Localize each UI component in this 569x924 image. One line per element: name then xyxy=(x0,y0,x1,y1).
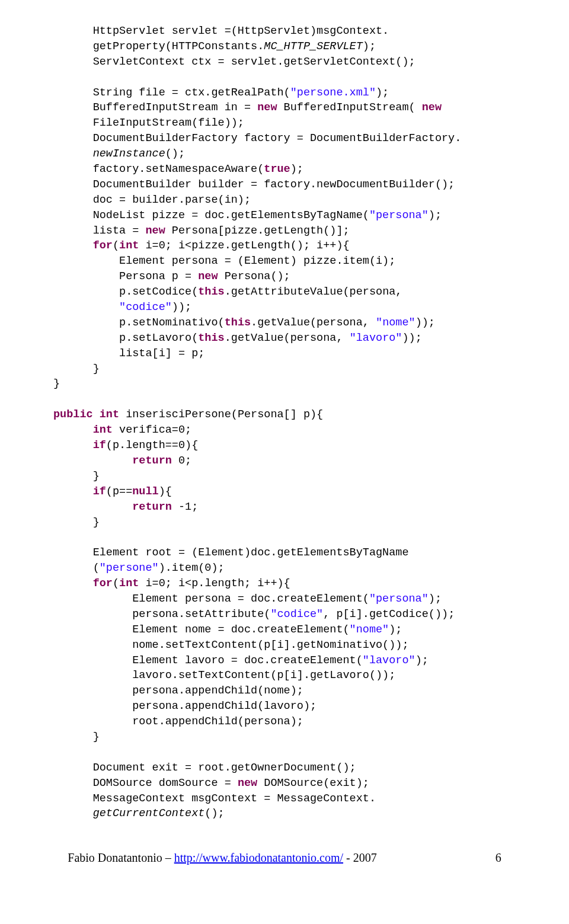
code-text: BufferedInputStream( xyxy=(277,101,421,114)
code-text: NodeList pizze = doc.getElementsByTagNam… xyxy=(53,209,369,222)
code-text: MessageContext msgContext = MessageConte… xyxy=(53,792,376,805)
code-text: lista = xyxy=(53,225,145,237)
code-text: } xyxy=(53,516,100,529)
code-text: ); xyxy=(429,593,442,605)
code-text: persona.setAttribute( xyxy=(53,608,270,621)
code-text: p.setCodice( xyxy=(53,286,198,298)
code-text xyxy=(53,239,93,252)
code-text: (p== xyxy=(106,485,132,498)
code-keyword: new xyxy=(257,101,277,114)
code-text: ); xyxy=(415,654,429,667)
code-string: "nome" xyxy=(350,624,389,636)
code-keyword: return xyxy=(132,501,172,513)
code-text: ( xyxy=(113,577,119,590)
code-text: (p.length==0){ xyxy=(106,439,198,452)
code-text: Persona p = xyxy=(53,270,198,283)
code-text: inserisciPersone(Persona[] p){ xyxy=(119,408,323,421)
page-number: 6 xyxy=(496,851,501,864)
code-text: Persona(); xyxy=(218,270,290,283)
code-string: "codice" xyxy=(119,301,172,314)
footer-author: Fabio Donatantonio – xyxy=(68,851,174,864)
code-text: Element lavoro = doc.createElement( xyxy=(53,654,363,667)
code-text: persona.appendChild(nome); xyxy=(53,685,303,697)
code-text: -1; xyxy=(172,501,198,513)
code-text xyxy=(53,501,132,513)
code-keyword: for xyxy=(93,577,113,590)
code-text: root.appendChild(persona); xyxy=(53,715,303,728)
code-text: persona.appendChild(lavoro); xyxy=(53,700,317,712)
document-page: HttpServlet servlet =(HttpServlet)msgCon… xyxy=(0,0,569,888)
code-text: lavoro.setTextContent(p[i].getLavoro()); xyxy=(53,669,395,682)
code-text: i=0; i<p.length; i++){ xyxy=(139,577,290,590)
code-keyword: if xyxy=(93,439,106,452)
code-text: ); xyxy=(363,40,376,53)
code-keyword: new xyxy=(198,270,218,283)
code-keyword: return xyxy=(132,455,172,467)
code-keyword: new xyxy=(238,777,257,789)
code-text: nome.setTextContent(p[i].getNominativo()… xyxy=(53,639,409,651)
code-text xyxy=(53,301,119,314)
code-keyword: new xyxy=(145,225,165,237)
code-text: ServletContext ctx = servlet.getServletC… xyxy=(53,56,415,68)
code-text: DOMSource(exit); xyxy=(257,777,369,789)
code-text: ); xyxy=(389,624,402,636)
code-text: )); xyxy=(172,301,191,314)
code-string: "persona" xyxy=(369,593,429,605)
code-text: Element root = (Element)doc.getElementsB… xyxy=(53,546,409,559)
code-keyword: int xyxy=(119,577,139,590)
code-text xyxy=(93,408,100,421)
code-text: HttpServlet servlet =(HttpServlet)msgCon… xyxy=(53,25,389,37)
code-text: .getValue(persona, xyxy=(251,316,376,329)
code-keyword: if xyxy=(93,485,106,498)
code-keyword: public xyxy=(53,408,93,421)
code-text: ){ xyxy=(159,485,172,498)
code-string: "lavoro" xyxy=(350,332,402,344)
code-italic: getCurrentContext xyxy=(93,807,205,820)
code-text xyxy=(53,424,93,436)
code-string: "persona" xyxy=(369,209,429,222)
code-text: } } xyxy=(53,363,100,391)
code-italic: MC_HTTP_SERVLET xyxy=(264,40,363,53)
code-text: , p[i].getCodice()); xyxy=(323,608,455,621)
code-text xyxy=(53,148,93,160)
code-text: p.setLavoro( xyxy=(53,332,198,344)
code-text: Element persona = doc.createElement( xyxy=(53,593,369,605)
code-block: HttpServlet servlet =(HttpServlet)msgCon… xyxy=(53,24,516,821)
code-text xyxy=(53,485,93,498)
code-text: .getAttributeValue(persona, xyxy=(225,286,402,298)
code-string: "lavoro" xyxy=(363,654,415,667)
code-text: } xyxy=(53,731,100,743)
code-string: "persone" xyxy=(100,562,159,574)
code-keyword: for xyxy=(93,239,113,252)
code-text: (); xyxy=(165,148,185,160)
code-text: getProperty(HTTPConstants. xyxy=(53,40,264,53)
code-text: DocumentBuilder builder = factory.newDoc… xyxy=(53,178,455,191)
code-text xyxy=(53,439,93,452)
code-text: ).item(0); xyxy=(159,562,225,574)
page-footer: Fabio Donatantonio – http://www.fabiodon… xyxy=(53,851,516,865)
code-keyword: this xyxy=(198,332,224,344)
code-text: BufferedInputStream in = xyxy=(53,101,257,114)
footer-link[interactable]: http://www.fabiodonatantonio.com/ xyxy=(174,851,343,864)
code-keyword: int xyxy=(100,408,119,421)
code-text: .getValue(persona, xyxy=(225,332,350,344)
code-text: String file = ctx.getRealPath( xyxy=(53,87,290,99)
code-string: "persone.xml" xyxy=(290,87,376,99)
code-text: ); xyxy=(429,209,442,222)
code-keyword: null xyxy=(132,485,158,498)
code-text: ); xyxy=(290,163,303,175)
code-string: "nome" xyxy=(376,316,415,329)
code-text: DocumentBuilderFactory factory = Documen… xyxy=(53,132,461,145)
code-keyword: int xyxy=(119,239,139,252)
code-keyword: int xyxy=(93,424,113,436)
code-keyword: true xyxy=(264,163,290,175)
code-keyword: new xyxy=(422,101,442,114)
code-text: (); xyxy=(204,807,224,820)
code-text: DOMSource domSource = xyxy=(53,777,238,789)
code-text: doc = builder.parse(in); xyxy=(53,194,251,206)
code-keyword: this xyxy=(198,286,224,298)
code-text: ); xyxy=(376,87,389,99)
code-italic: newInstance xyxy=(93,148,165,160)
code-text: 0; xyxy=(172,455,191,467)
code-text: FileInputStream(file)); xyxy=(53,117,244,129)
